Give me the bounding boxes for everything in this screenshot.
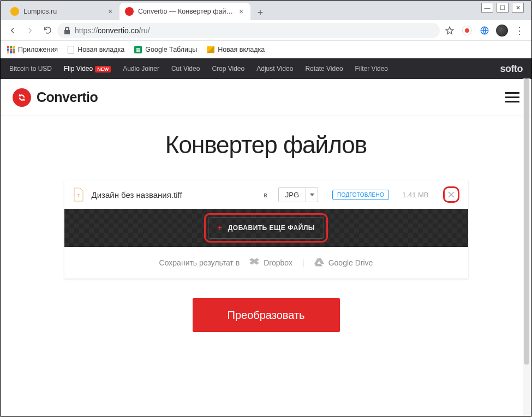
plus-icon: + (217, 223, 223, 233)
reload-button[interactable] (40, 23, 55, 38)
add-more-row: + ДОБАВИТЬ ЕЩЕ ФАЙЛЫ (64, 209, 468, 247)
tab-title: Lumpics.ru (23, 8, 102, 15)
bookmark-label: Новая вкладка (218, 46, 265, 53)
tab-convertio[interactable]: Convertio — Конвертер файлов × (119, 3, 250, 20)
gdrive-icon (314, 258, 324, 268)
add-more-label: ДОБАВИТЬ ЕЩЕ ФАЙЛЫ (228, 224, 315, 232)
softo-link[interactable]: Flip VideoNEW (64, 65, 111, 72)
page-title: Конвертер файлов (1, 131, 531, 159)
bookmark-item[interactable]: ▦ Google Таблицы (134, 46, 197, 53)
status-badge: ПОДГОТОВЛЕНО (332, 190, 389, 200)
page-icon (68, 46, 74, 53)
lock-icon (64, 27, 70, 34)
bookmark-label: Google Таблицы (145, 46, 197, 53)
separator: | (302, 258, 304, 267)
bookmarks-bar: Приложения Новая вкладка ▦ Google Таблиц… (1, 41, 531, 58)
dropbox-icon (249, 258, 259, 268)
new-badge: NEW (95, 66, 111, 72)
convertio-logo[interactable]: Convertio (13, 88, 98, 107)
save-dropbox-label: Dropbox (264, 258, 292, 267)
address-bar[interactable]: https://convertio.co/ru/ (57, 23, 440, 38)
apps-grid-icon (7, 46, 15, 53)
softo-nav: Bitcoin to USD Flip VideoNEW Audio Joine… (1, 58, 531, 79)
back-button[interactable] (5, 23, 20, 38)
menu-button[interactable] (505, 92, 519, 102)
softo-link[interactable]: Cut Video (171, 65, 200, 72)
close-icon[interactable]: × (237, 8, 245, 15)
save-gdrive-option[interactable]: Google Drive (314, 258, 373, 268)
save-destination-row: Сохранить результат в Dropbox | Google D… (64, 247, 468, 279)
close-icon (447, 190, 456, 199)
browser-toolbar: https://convertio.co/ru/ ⋮ (1, 20, 531, 41)
softo-link[interactable]: Crop Video (212, 65, 244, 72)
softo-link[interactable]: Adjust Video (256, 65, 293, 72)
tab-title: Convertio — Конвертер файлов (138, 8, 233, 15)
extension-opera-icon[interactable] (459, 23, 475, 38)
profile-avatar[interactable] (494, 23, 510, 38)
bookmark-label: Новая вкладка (77, 46, 124, 53)
forward-button[interactable] (22, 23, 38, 38)
to-label: в (264, 191, 267, 199)
chevron-down-icon (306, 188, 318, 202)
softo-logo: softo (500, 63, 523, 75)
save-prefix: Сохранить результат в (159, 258, 240, 267)
page-content: Конвертер файлов T Дизайн без названия.t… (1, 116, 531, 354)
softo-link[interactable]: Bitcoin to USD (9, 65, 52, 72)
picture-icon (207, 46, 214, 53)
bookmark-star-button[interactable] (442, 23, 457, 38)
scrollbar-thumb[interactable] (524, 78, 529, 365)
window-maximize-button[interactable]: ☐ (497, 3, 509, 13)
favicon-icon (125, 7, 134, 16)
window-controls: — ☐ ✕ (481, 3, 524, 13)
softo-link[interactable]: Rotate Video (305, 65, 343, 72)
url-text: https://convertio.co/ru/ (75, 26, 150, 35)
browser-menu-button[interactable]: ⋮ (512, 23, 527, 38)
bookmark-item[interactable]: Новая вкладка (68, 46, 124, 53)
format-value: JPG (279, 191, 306, 199)
site-header: Convertio (1, 79, 531, 116)
convertio-mark-icon (13, 88, 31, 107)
softo-link[interactable]: Audio Joiner (123, 65, 159, 72)
file-size: 1.41 MB (402, 191, 428, 199)
bookmark-item[interactable]: Новая вкладка (207, 46, 265, 53)
remove-file-button[interactable] (443, 186, 459, 203)
convertio-wordmark: Convertio (37, 89, 98, 105)
close-icon[interactable]: × (106, 8, 114, 15)
softo-link[interactable]: Filter Video (355, 65, 388, 72)
format-select[interactable]: JPG (278, 187, 318, 202)
apps-shortcut[interactable]: Приложения (7, 46, 58, 53)
file-type-icon: T (73, 188, 84, 202)
svg-text:T: T (77, 194, 80, 197)
apps-label: Приложения (18, 46, 58, 53)
add-more-files-button[interactable]: + ДОБАВИТЬ ЕЩЕ ФАЙЛЫ (208, 217, 324, 239)
file-name: Дизайн без названия.tiff (92, 190, 256, 200)
convert-button[interactable]: Преобразовать (193, 298, 340, 332)
window-close-button[interactable]: ✕ (512, 3, 524, 13)
scrollbar[interactable] (523, 78, 530, 415)
new-tab-button[interactable]: + (253, 5, 268, 20)
tab-strip: Lumpics.ru × Convertio — Конвертер файло… (1, 1, 531, 20)
upload-zone: T Дизайн без названия.tiff в JPG ПОДГОТО… (64, 180, 468, 279)
extension-globe-icon[interactable] (477, 23, 492, 38)
tab-lumpics[interactable]: Lumpics.ru × (5, 3, 119, 20)
save-gdrive-label: Google Drive (328, 258, 373, 267)
sheets-icon: ▦ (134, 46, 142, 53)
save-dropbox-option[interactable]: Dropbox (249, 258, 292, 268)
file-row: T Дизайн без названия.tiff в JPG ПОДГОТО… (64, 180, 468, 209)
convert-label: Преобразовать (228, 309, 305, 322)
window-minimize-button[interactable]: — (481, 3, 493, 13)
favicon-icon (10, 7, 19, 16)
